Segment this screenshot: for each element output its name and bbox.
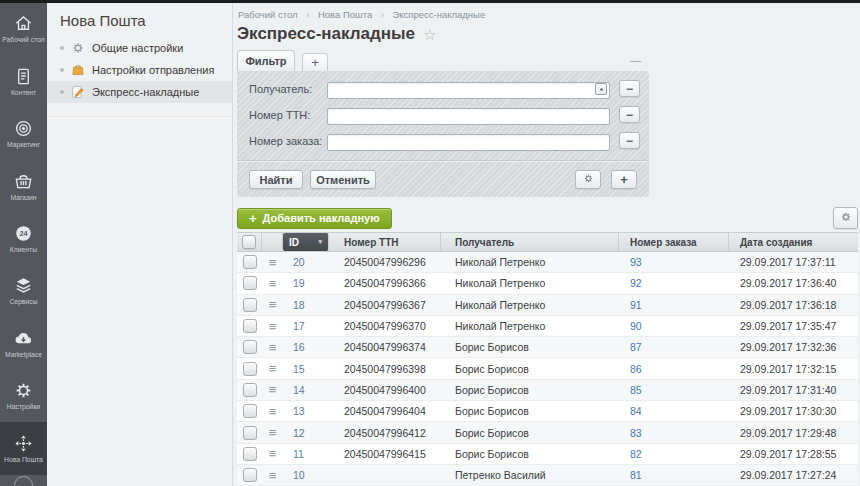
column-header-recipient[interactable]: Получатель bbox=[441, 233, 619, 251]
row-created: 29.09.2017 17:32:36 bbox=[729, 341, 858, 353]
row-checkbox[interactable] bbox=[243, 426, 257, 440]
sidebar-item-clients24[interactable]: 24 Клиенты bbox=[0, 213, 47, 265]
row-menu-cell: ≡ bbox=[262, 383, 283, 396]
filter-tabs: Фильтр + — bbox=[237, 50, 649, 71]
filter-settings-button[interactable] bbox=[575, 170, 601, 189]
filter-add-field-button[interactable]: + bbox=[611, 170, 637, 189]
table-row: ≡ 10 Петренко Василий 81 29.09.2017 17:2… bbox=[237, 465, 858, 486]
table-body: ≡ 20 20450047996296 Николай Петренко 93 … bbox=[237, 252, 858, 486]
menu-item-bag[interactable]: Настройки отправления bbox=[47, 59, 232, 81]
row-menu-icon[interactable]: ≡ bbox=[269, 298, 277, 311]
row-order-link[interactable]: 87 bbox=[619, 341, 729, 353]
row-id-link[interactable]: 14 bbox=[283, 384, 329, 396]
filter-field-row: Номер заказа: − bbox=[249, 132, 637, 149]
row-id-link[interactable]: 19 bbox=[283, 277, 329, 289]
sidebar-item-home[interactable]: Рабочий стол bbox=[0, 3, 47, 55]
breadcrumb-link[interactable]: Нова Пошта bbox=[318, 9, 372, 20]
row-order-link[interactable]: 90 bbox=[619, 320, 729, 332]
row-order-link[interactable]: 83 bbox=[619, 427, 729, 439]
row-id-link[interactable]: 16 bbox=[283, 341, 329, 353]
filter-field-input[interactable] bbox=[327, 134, 610, 151]
row-checkbox[interactable] bbox=[243, 276, 257, 290]
filter-field-input[interactable] bbox=[327, 82, 610, 99]
row-order-link[interactable]: 91 bbox=[619, 299, 729, 311]
menu-item-edit-doc[interactable]: Экспресс-накладные bbox=[47, 81, 232, 103]
favorite-star-icon[interactable]: ☆ bbox=[423, 27, 436, 42]
row-checkbox[interactable] bbox=[243, 383, 257, 397]
row-order-link[interactable]: 85 bbox=[619, 384, 729, 396]
row-order-link[interactable]: 81 bbox=[619, 469, 729, 481]
sidebar-item-layers[interactable]: Сервисы bbox=[0, 265, 47, 317]
help-icon[interactable] bbox=[14, 476, 33, 486]
row-menu-icon[interactable]: ≡ bbox=[269, 447, 277, 460]
row-id-link[interactable]: 20 bbox=[283, 256, 329, 268]
column-header-order[interactable]: Номер заказа bbox=[619, 233, 729, 251]
sidebar-item-target[interactable]: Маркетинг bbox=[0, 108, 47, 160]
row-order-link[interactable]: 93 bbox=[619, 256, 729, 268]
breadcrumb-link[interactable]: Рабочий стол bbox=[238, 9, 298, 20]
row-checkbox[interactable] bbox=[243, 447, 257, 461]
row-menu-icon[interactable]: ≡ bbox=[269, 405, 277, 418]
sidebar-item-basket[interactable]: Магазин bbox=[0, 160, 47, 212]
row-order-link[interactable]: 86 bbox=[619, 363, 729, 375]
column-header-id[interactable]: ID ▾ bbox=[283, 233, 329, 251]
select-all-checkbox[interactable] bbox=[242, 235, 256, 249]
row-id-link[interactable]: 10 bbox=[283, 469, 329, 481]
row-checkbox[interactable] bbox=[243, 298, 257, 312]
row-checkbox[interactable] bbox=[243, 362, 257, 376]
remove-filter-field-button[interactable]: − bbox=[619, 106, 640, 123]
grid-settings-button[interactable] bbox=[833, 207, 858, 229]
row-menu-icon[interactable]: ≡ bbox=[269, 426, 277, 439]
breadcrumb-link[interactable]: Экспресс-накладные bbox=[392, 9, 485, 20]
column-header-ttn[interactable]: Номер ТТН bbox=[329, 233, 441, 251]
row-recipient: Борис Борисов bbox=[441, 427, 619, 439]
row-id-link[interactable]: 12 bbox=[283, 427, 329, 439]
row-menu-icon[interactable]: ≡ bbox=[269, 469, 277, 482]
add-waybill-button[interactable]: + Добавить накладную bbox=[237, 208, 392, 229]
row-order-link[interactable]: 84 bbox=[619, 405, 729, 417]
filter-minimize-button[interactable]: — bbox=[630, 55, 641, 66]
row-menu-cell: ≡ bbox=[262, 447, 283, 460]
user-picker-icon[interactable] bbox=[595, 83, 607, 95]
row-checkbox[interactable] bbox=[243, 255, 257, 269]
row-id-link[interactable]: 17 bbox=[283, 320, 329, 332]
breadcrumb-separator-icon: › bbox=[306, 10, 309, 20]
row-checkbox[interactable] bbox=[243, 340, 257, 354]
row-checkbox[interactable] bbox=[243, 319, 257, 333]
table-row: ≡ 19 20450047996366 Николай Петренко 92 … bbox=[237, 273, 858, 294]
row-created: 29.09.2017 17:30:30 bbox=[729, 405, 858, 417]
row-id-link[interactable]: 18 bbox=[283, 299, 329, 311]
row-menu-cell: ≡ bbox=[262, 469, 283, 482]
sidebar-item-move-arrows[interactable]: Нова Пошта bbox=[0, 422, 47, 474]
row-menu-icon[interactable]: ≡ bbox=[269, 383, 277, 396]
row-menu-icon[interactable]: ≡ bbox=[269, 256, 277, 269]
cancel-button[interactable]: Отменить bbox=[310, 170, 376, 189]
remove-filter-field-button[interactable]: − bbox=[619, 132, 640, 149]
row-menu-icon[interactable]: ≡ bbox=[269, 341, 277, 354]
row-order-link[interactable]: 92 bbox=[619, 277, 729, 289]
row-checkbox[interactable] bbox=[243, 404, 257, 418]
add-filter-tab-button[interactable]: + bbox=[302, 53, 328, 71]
search-button[interactable]: Найти bbox=[249, 170, 303, 189]
column-header-created[interactable]: Дата создания bbox=[729, 233, 858, 251]
row-order-link[interactable]: 82 bbox=[619, 448, 729, 460]
row-id-link[interactable]: 13 bbox=[283, 405, 329, 417]
filter-field-input[interactable] bbox=[327, 108, 610, 125]
tab-filter[interactable]: Фильтр bbox=[237, 50, 295, 71]
sidebar-item-gear[interactable]: Настройки bbox=[0, 370, 47, 422]
row-menu-icon[interactable]: ≡ bbox=[269, 362, 277, 375]
row-id-link[interactable]: 11 bbox=[283, 448, 329, 460]
row-id-link[interactable]: 15 bbox=[283, 363, 329, 375]
row-checkbox[interactable] bbox=[243, 468, 257, 482]
table-row: ≡ 15 20450047996398 Борис Борисов 86 29.… bbox=[237, 358, 858, 379]
breadcrumb-item: Нова Пошта › bbox=[318, 9, 393, 20]
remove-filter-field-button[interactable]: − bbox=[619, 80, 640, 97]
menu-item-gear-small[interactable]: Общие настройки bbox=[47, 37, 232, 59]
row-menu-cell: ≡ bbox=[262, 298, 283, 311]
row-menu-icon[interactable]: ≡ bbox=[269, 320, 277, 333]
row-menu-icon[interactable]: ≡ bbox=[269, 277, 277, 290]
row-menu-cell: ≡ bbox=[262, 320, 283, 333]
sidebar-item-cloud-download[interactable]: Marketplace bbox=[0, 317, 47, 369]
grid-toolbar: + Добавить накладную bbox=[237, 207, 858, 229]
sidebar-item-document[interactable]: Контент bbox=[0, 55, 47, 107]
